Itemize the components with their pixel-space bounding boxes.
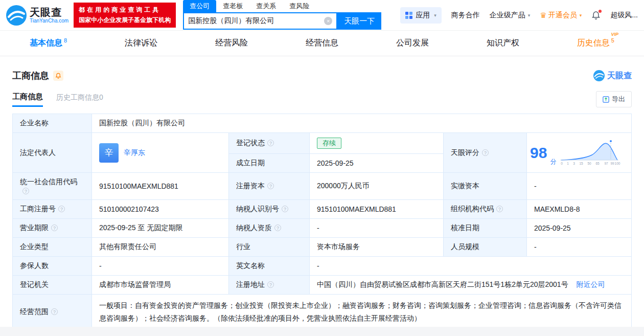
field-label-score: 天眼评分? xyxy=(444,133,527,173)
field-label-taxpayer-id: 纳税人识别号? xyxy=(229,200,310,219)
field-value-establish-date: 2025-09-25 xyxy=(310,154,444,173)
field-label-english-name: 英文名称 xyxy=(229,257,310,276)
search-tab-boss[interactable]: 查老板 xyxy=(216,0,249,12)
enterprise-products-menu[interactable]: 企业级产品 ▾ xyxy=(490,11,531,20)
apps-grid-icon xyxy=(405,12,412,19)
super-risk-link[interactable]: 超级风... xyxy=(610,11,638,20)
field-value-company-type: 其他有限责任公司 xyxy=(92,238,229,257)
tab-label: 知识产权 xyxy=(487,38,519,47)
tianyancha-logo-icon xyxy=(6,5,27,26)
subtab-business-info[interactable]: 工商信息 xyxy=(12,92,43,107)
table-row: 参保人数 - 英文名称 - xyxy=(13,257,632,276)
field-value-industry: 资本市场服务 xyxy=(310,238,444,257)
notifications-bell[interactable] xyxy=(591,11,601,20)
field-label-company-type: 企业类型 xyxy=(13,238,92,257)
tab-count: 8 xyxy=(64,37,67,43)
field-value-staff-size: - xyxy=(527,238,632,257)
help-icon[interactable]: ? xyxy=(496,206,503,212)
monitor-bell-icon[interactable] xyxy=(53,71,63,81)
tab-operation-info[interactable]: 经营信息 xyxy=(306,38,338,49)
caret-down-icon: ▾ xyxy=(528,13,531,18)
svg-text:3: 3 xyxy=(573,162,576,165)
help-icon[interactable]: ? xyxy=(58,206,65,212)
table-row: 企业名称 国新控股（四川）有限公司 xyxy=(13,114,632,133)
svg-text:50: 50 xyxy=(588,162,592,165)
field-value-company-name: 国新控股（四川）有限公司 xyxy=(92,114,632,133)
field-label-text: 注册地址 xyxy=(236,280,265,288)
help-icon[interactable]: ? xyxy=(267,140,274,146)
search-tab-risk[interactable]: 查风险 xyxy=(283,0,316,12)
field-label-company-name: 企业名称 xyxy=(13,114,92,133)
watermark-text: 天眼查 xyxy=(607,71,632,81)
help-icon[interactable]: ? xyxy=(267,183,274,189)
export-button[interactable]: 导出 xyxy=(596,91,632,107)
help-icon[interactable]: ? xyxy=(482,149,489,156)
tab-count: 5 xyxy=(611,37,614,43)
slogan-line-1: 都在用的商业查询工具 xyxy=(79,5,171,15)
tab-operation-risk[interactable]: 经营风险 xyxy=(215,38,248,49)
search-input[interactable] xyxy=(188,17,324,25)
company-section-nav: 基本信息8 法律诉讼 经营风险 经营信息 公司发展 知识产权 VIP 历史信息5 xyxy=(0,31,644,56)
field-label-text: 工商注册号 xyxy=(20,205,56,213)
help-icon[interactable]: ? xyxy=(51,308,58,315)
caret-down-icon: ▾ xyxy=(434,13,436,18)
field-label-address: 注册地址? xyxy=(229,276,310,295)
table-row: 统一社会信用代码? 91510100MAEXMLD881 注册资本? 20000… xyxy=(13,173,632,200)
search-tab-relation[interactable]: 查关系 xyxy=(249,0,283,12)
clear-search-icon[interactable]: × xyxy=(324,17,332,25)
export-icon xyxy=(603,96,609,103)
field-label-paid-capital: 实缴资本 xyxy=(444,173,527,200)
export-label: 导出 xyxy=(612,95,625,104)
field-label-taxpayer-quality: 纳税人资质? xyxy=(229,219,310,238)
tab-intellectual-property[interactable]: 知识产权 xyxy=(487,38,519,49)
score-distribution-chart: 0 1 3 15 50 65 97 99 100 xyxy=(559,138,620,168)
help-icon[interactable]: ? xyxy=(51,225,58,231)
help-icon[interactable]: ? xyxy=(282,206,288,212)
field-label-reg-number: 工商注册号? xyxy=(13,200,92,219)
help-icon[interactable]: ? xyxy=(267,281,274,288)
legal-rep-avatar[interactable]: 辛 xyxy=(99,143,119,163)
search-area: 查公司 查老板 查关系 查风险 × 天眼一下 xyxy=(183,1,381,30)
field-value-address: 中国（四川）自由贸易试验区成都市高新区天府二街151号1栋2单元20层2001号… xyxy=(310,276,632,295)
business-info-table: 企业名称 国新控股（四川）有限公司 法定代表人 辛 辛厚东 登记状态? 存续 xyxy=(12,114,632,329)
business-cooperation-link[interactable]: 商务合作 xyxy=(451,11,480,20)
svg-text:15: 15 xyxy=(580,162,584,165)
field-label-legal-rep: 法定代表人 xyxy=(13,133,92,173)
help-icon[interactable]: ? xyxy=(274,225,281,231)
field-label-scope: 经营范围? xyxy=(13,295,92,329)
search-input-wrap: × xyxy=(183,12,337,30)
field-label-reg-capital: 注册资本? xyxy=(229,173,310,200)
caret-down-icon: ▾ xyxy=(580,13,582,18)
tianyancha-logo[interactable]: 天眼查 TianYanCha.com xyxy=(6,5,68,26)
tab-label: 公司发展 xyxy=(396,38,429,47)
apps-menu[interactable]: 应用 ▾ xyxy=(400,7,442,24)
field-value-scope: 一般项目：自有资金投资的资产管理服务；创业投资（限投资未上市企业）；融资咨询服务… xyxy=(92,295,632,329)
svg-text:100: 100 xyxy=(615,162,620,165)
help-icon[interactable]: ? xyxy=(22,188,29,194)
open-vip-menu[interactable]: ♛ 开通会员 ▾ xyxy=(540,11,582,20)
subtab-history-business-info[interactable]: 历史工商信息0 xyxy=(56,93,103,106)
tab-basic-info[interactable]: 基本信息8 xyxy=(30,37,67,49)
search-tabs: 查公司 查老板 查关系 查风险 xyxy=(183,1,381,12)
svg-text:65: 65 xyxy=(596,162,600,165)
nearby-company-link[interactable]: 附近公司 xyxy=(577,280,605,288)
tab-label: 法律诉讼 xyxy=(125,38,157,47)
slogan-line-2: 国家中小企业发展子基金旗下机构 xyxy=(79,15,171,25)
tab-label: 经营信息 xyxy=(306,38,338,47)
tab-history-info[interactable]: VIP 历史信息5 xyxy=(577,37,614,49)
search-button[interactable]: 天眼一下 xyxy=(337,12,381,30)
search-tab-company[interactable]: 查公司 xyxy=(183,0,216,12)
field-value-reg-authority: 成都市市场监督管理局 xyxy=(92,276,229,295)
tab-company-development[interactable]: 公司发展 xyxy=(396,38,429,49)
vip-badge: VIP xyxy=(611,32,618,37)
table-row: 法定代表人 辛 辛厚东 登记状态? 存续 天眼评分? xyxy=(13,133,632,154)
field-label-insured: 参保人数 xyxy=(13,257,92,276)
field-label-text: 营业期限 xyxy=(20,223,49,232)
field-label-text: 注册资本 xyxy=(236,182,265,190)
tab-label: 基本信息 xyxy=(30,39,62,48)
address-text: 中国（四川）自由贸易试验区成都市高新区天府二街151号1栋2单元20层2001号 xyxy=(317,280,568,288)
tab-legal-litigation[interactable]: 法律诉讼 xyxy=(125,38,157,49)
notification-dot xyxy=(599,10,602,13)
legal-rep-name-link[interactable]: 辛厚东 xyxy=(124,148,145,158)
enterprise-products-label: 企业级产品 xyxy=(490,11,525,20)
